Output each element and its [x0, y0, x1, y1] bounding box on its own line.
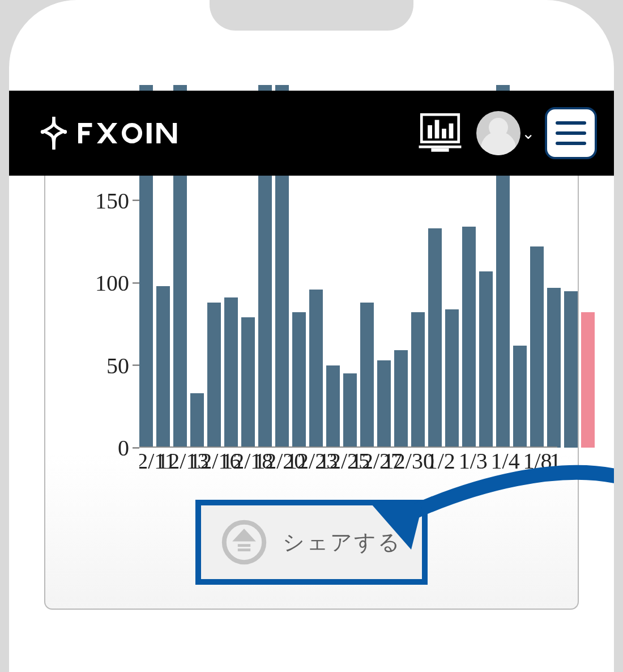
avatar-icon — [476, 111, 520, 155]
bar-chart: 050100150 12/1112/1312/1612/1812/2012/23… — [66, 176, 557, 476]
bar — [479, 271, 493, 448]
svg-rect-4 — [78, 131, 89, 135]
svg-rect-7 — [147, 123, 152, 143]
bar — [394, 350, 408, 448]
brand-logo[interactable] — [37, 117, 184, 150]
bar — [462, 227, 476, 448]
y-tick: 150 — [95, 187, 139, 214]
bar — [326, 365, 340, 448]
share-upload-icon — [221, 520, 267, 565]
share-button-label: シェアする — [283, 528, 402, 557]
app-header: ⌄ — [9, 91, 614, 176]
svg-point-0 — [41, 130, 45, 134]
chart-card: 050100150 12/1112/1312/1612/1812/2012/23… — [44, 176, 579, 610]
bar — [428, 228, 442, 448]
bar — [343, 373, 357, 448]
brand-name — [78, 123, 184, 143]
x-tick-label: 1/10 — [549, 448, 557, 474]
bar — [190, 393, 204, 448]
svg-rect-16 — [419, 146, 462, 148]
phone-frame: ⌄ 050100150 12/1112/1312/1612/1812/2012/… — [9, 0, 614, 672]
y-tick: 0 — [118, 435, 139, 461]
account-menu[interactable]: ⌄ — [476, 111, 535, 155]
bar-highlight — [581, 312, 595, 448]
bar — [377, 360, 391, 448]
brand-mark-icon — [37, 117, 70, 150]
bar — [156, 286, 170, 448]
bar — [224, 297, 238, 448]
bar — [513, 346, 527, 448]
svg-rect-21 — [238, 548, 250, 551]
y-tick: 100 — [95, 270, 139, 296]
svg-rect-13 — [435, 120, 439, 139]
svg-rect-14 — [442, 129, 446, 138]
chevron-down-icon: ⌄ — [522, 124, 535, 143]
svg-rect-17 — [431, 148, 449, 152]
y-tick: 50 — [106, 352, 139, 378]
x-tick-label: 1/8 — [523, 448, 552, 474]
bar — [292, 312, 306, 448]
hamburger-menu-button[interactable] — [545, 107, 597, 159]
bar — [547, 288, 561, 448]
bar — [530, 246, 544, 448]
bar — [411, 312, 425, 448]
analytics-button[interactable] — [414, 107, 466, 159]
share-button[interactable]: シェアする — [195, 500, 428, 585]
x-tick-label: 1/4 — [491, 448, 520, 474]
bar — [445, 309, 459, 448]
bar — [564, 291, 578, 448]
svg-rect-12 — [428, 125, 432, 138]
x-tick-label: 1/3 — [459, 448, 488, 474]
bar — [241, 317, 255, 448]
bar — [207, 303, 221, 448]
svg-rect-10 — [173, 123, 177, 143]
x-tick-label: 1/2 — [426, 448, 455, 474]
notch — [210, 0, 413, 31]
svg-rect-20 — [238, 544, 250, 547]
svg-rect-15 — [449, 124, 454, 139]
bar — [360, 303, 374, 448]
svg-point-1 — [63, 130, 67, 134]
svg-marker-19 — [232, 529, 256, 541]
svg-point-18 — [224, 522, 264, 562]
bar — [309, 290, 323, 448]
